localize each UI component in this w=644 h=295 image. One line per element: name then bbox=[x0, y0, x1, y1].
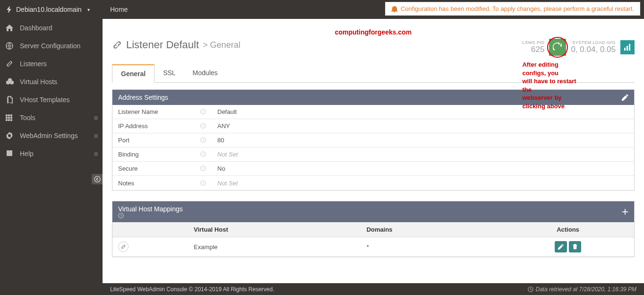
stat-load: SYSTEM LOAD AVG 0, 0.04, 0.05 bbox=[571, 40, 616, 54]
bolt-icon bbox=[6, 6, 12, 13]
stat-load-label: SYSTEM LOAD AVG bbox=[571, 40, 616, 45]
svg-rect-9 bbox=[10, 119, 12, 121]
sidebar-item-vhosts[interactable]: Virtual Hosts bbox=[0, 73, 103, 91]
caret-down-icon: ▾ bbox=[87, 7, 90, 12]
tab-general[interactable]: General bbox=[112, 64, 155, 83]
svg-rect-13 bbox=[629, 44, 630, 51]
sidebar-label: Dashboard bbox=[20, 24, 52, 32]
help-icon[interactable]: ? bbox=[200, 180, 206, 186]
main-content: computingforgeeks.com Listener Default >… bbox=[103, 19, 644, 283]
stat-load-value: 0, 0.04, 0.05 bbox=[571, 45, 616, 54]
help-icon[interactable]: ? bbox=[200, 137, 206, 143]
delete-mapping-button[interactable] bbox=[569, 241, 581, 252]
sidebar-item-tools[interactable]: Tools ⊞ bbox=[0, 109, 103, 127]
setting-label: Notes? bbox=[112, 176, 212, 190]
tab-modules[interactable]: Modules bbox=[184, 64, 226, 82]
sidebar-label: Server Configuration bbox=[20, 42, 80, 50]
stat-pid-label: LSWS PID bbox=[522, 40, 544, 45]
setting-row: Notes?Not Set bbox=[112, 176, 634, 190]
edit-address-button[interactable] bbox=[622, 94, 628, 101]
host-selector[interactable]: Debian10.localdomain ▾ bbox=[0, 6, 103, 13]
svg-text:?: ? bbox=[202, 166, 204, 171]
svg-text:?: ? bbox=[202, 152, 204, 156]
stat-pid: LSWS PID 625 bbox=[522, 40, 544, 54]
help-icon[interactable]: ? bbox=[200, 165, 206, 171]
globe-icon bbox=[6, 42, 14, 50]
panel-header-vh: Virtual Host Mappings ? bbox=[112, 201, 634, 222]
page-title-sub: > General bbox=[203, 40, 240, 50]
svg-rect-8 bbox=[8, 119, 10, 121]
help-icon[interactable]: ? bbox=[200, 109, 206, 114]
page-title-text: Listener Default bbox=[126, 39, 199, 51]
sidebar-item-server-config[interactable]: Server Configuration bbox=[0, 37, 103, 55]
svg-point-10 bbox=[94, 176, 100, 182]
setting-value: Not Set bbox=[212, 148, 634, 161]
footer-timestamp: Data retrieved at 7/28/2020, 1:16:39 PM bbox=[528, 286, 636, 293]
footer: LiteSpeed WebAdmin Console © 2014-2019 A… bbox=[103, 283, 644, 295]
header-stats: LSWS PID 625 SYSTEM LOAD AVG 0, 0.04, 0.… bbox=[522, 39, 635, 56]
setting-row: IP Address?ANY bbox=[112, 119, 634, 133]
svg-rect-1 bbox=[6, 114, 8, 116]
panel-title: Virtual Host Mappings bbox=[118, 205, 183, 213]
sidebar-item-listeners[interactable]: Listeners bbox=[0, 55, 103, 73]
grid-icon bbox=[6, 114, 14, 121]
page-title: Listener Default > General bbox=[112, 39, 240, 51]
svg-rect-6 bbox=[10, 117, 12, 119]
link-icon bbox=[118, 242, 129, 252]
sidebar: Dashboard Server Configuration Listeners… bbox=[0, 19, 103, 295]
sidebar-label: Virtual Hosts bbox=[20, 78, 57, 86]
sidebar-label: Help bbox=[20, 150, 34, 157]
watermark: computingforgeeks.com bbox=[112, 28, 635, 36]
svg-text:?: ? bbox=[202, 138, 204, 142]
stat-pid-value: 625 bbox=[522, 45, 544, 54]
home-icon bbox=[6, 24, 14, 32]
setting-label: Binding? bbox=[112, 148, 212, 161]
svg-rect-11 bbox=[624, 48, 626, 51]
gear-icon bbox=[6, 132, 14, 139]
sidebar-collapse-button[interactable] bbox=[92, 174, 103, 184]
cubes-icon bbox=[6, 78, 14, 86]
annotation-text: After editing configs, you will have to … bbox=[522, 61, 578, 110]
col-vhost: Virtual Host bbox=[188, 222, 361, 237]
setting-value: Not Set bbox=[212, 176, 634, 190]
notification-text: Configuration has been modified. To appl… bbox=[401, 5, 634, 12]
book-icon bbox=[6, 150, 14, 157]
sidebar-item-dashboard[interactable]: Dashboard bbox=[0, 19, 103, 37]
setting-label: Listener Name? bbox=[112, 105, 212, 119]
setting-row: Port?80 bbox=[112, 133, 634, 148]
row-vhost: Example bbox=[188, 237, 361, 257]
link-icon bbox=[6, 60, 14, 68]
sidebar-item-vhost-templates[interactable]: VHost Templates bbox=[0, 91, 103, 109]
svg-text:?: ? bbox=[202, 181, 204, 185]
help-icon[interactable]: ? bbox=[118, 213, 186, 218]
sidebar-item-webadmin[interactable]: WebAdmin Settings ⊞ bbox=[0, 127, 103, 145]
col-icon bbox=[112, 222, 188, 237]
sidebar-label: WebAdmin Settings bbox=[20, 132, 78, 139]
expand-icon: ⊞ bbox=[94, 133, 98, 139]
setting-value: 80 bbox=[212, 133, 634, 147]
page-header: Listener Default > General LSWS PID 625 … bbox=[112, 39, 635, 56]
row-domains: * bbox=[361, 237, 502, 257]
tab-ssl[interactable]: SSL bbox=[155, 64, 184, 82]
sidebar-item-help[interactable]: Help ⊞ bbox=[0, 145, 103, 163]
panel-vh-mappings: Virtual Host Mappings ? Virtual Host Dom… bbox=[112, 201, 635, 257]
svg-rect-12 bbox=[627, 46, 628, 51]
copy-icon bbox=[6, 96, 14, 104]
edit-mapping-button[interactable] bbox=[555, 241, 567, 252]
add-mapping-button[interactable] bbox=[622, 208, 628, 215]
setting-row: Binding?Not Set bbox=[112, 148, 634, 162]
setting-label: Secure? bbox=[112, 162, 212, 175]
realtime-stats-button[interactable] bbox=[620, 40, 635, 54]
setting-row: Secure?No bbox=[112, 162, 634, 176]
help-icon[interactable]: ? bbox=[200, 151, 206, 157]
bell-icon bbox=[391, 6, 398, 12]
expand-icon: ⊞ bbox=[94, 151, 98, 156]
svg-rect-5 bbox=[8, 117, 10, 119]
breadcrumb[interactable]: Home bbox=[103, 6, 128, 13]
footer-copyright: LiteSpeed WebAdmin Console © 2014-2019 A… bbox=[110, 286, 275, 293]
setting-value: ANY bbox=[212, 119, 634, 133]
config-notification: Configuration has been modified. To appl… bbox=[385, 2, 640, 16]
restart-button[interactable] bbox=[549, 39, 566, 56]
sidebar-label: Tools bbox=[20, 114, 35, 121]
help-icon[interactable]: ? bbox=[200, 123, 206, 129]
